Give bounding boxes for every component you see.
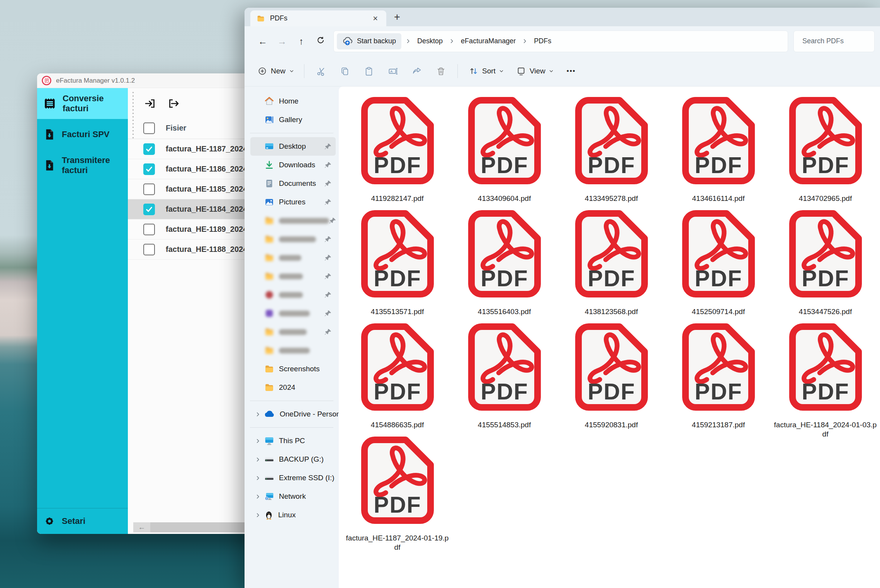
back-button[interactable]: ←	[253, 36, 272, 47]
sidebar-item-blurred-folder[interactable]	[250, 211, 336, 230]
row-checkbox[interactable]	[143, 184, 155, 195]
sidebar-item-extreme-ssd-i[interactable]: Extreme SSD (I:)	[250, 469, 336, 487]
sidebar-item-desktop[interactable]: Desktop	[250, 137, 336, 156]
navigation-pane: HomeGalleryDesktopDownloadsDocumentsPict…	[245, 87, 339, 588]
file-tile[interactable]: PDF4135513571.pdf	[344, 210, 451, 323]
pdf-file-icon: PDF	[468, 323, 541, 411]
chevron-right-icon[interactable]	[251, 457, 264, 462]
breadcrumb: Start backup DesktopeFacturaManagerPDFs	[333, 31, 788, 52]
file-tile[interactable]: PDF4159213187.pdf	[665, 323, 772, 436]
sidebar-item-blurred-folder[interactable]	[250, 323, 336, 341]
file-tile[interactable]: PDF4133409604.pdf	[451, 97, 558, 210]
view-button[interactable]: View	[510, 66, 560, 76]
paste-button[interactable]	[357, 62, 381, 80]
sidebar-item-blurred-folder[interactable]	[250, 267, 336, 286]
sidebar-item-documents[interactable]: Documents	[250, 174, 336, 193]
export-button[interactable]	[166, 97, 180, 110]
sidebar-item-network[interactable]: Network	[250, 487, 336, 506]
select-all-checkbox[interactable]	[143, 122, 155, 134]
file-tile[interactable]: PDF4153447526.pdf	[772, 210, 879, 323]
row-checkbox[interactable]	[143, 143, 155, 155]
new-plus-icon	[258, 66, 267, 76]
refresh-button[interactable]	[311, 36, 330, 47]
sidebar-item-gallery[interactable]: Gallery	[250, 110, 336, 129]
sidebar-item-blurred-folder[interactable]	[250, 304, 336, 323]
nav-item-label: This PC	[279, 437, 305, 445]
scroll-left-button[interactable]: ←	[133, 522, 150, 532]
pdf-file-icon: PDF	[575, 323, 648, 411]
breadcrumb-item-desktop[interactable]: Desktop	[415, 37, 445, 45]
sidebar-item-2024[interactable]: 2024	[250, 378, 336, 397]
copy-button[interactable]	[333, 62, 357, 80]
gear-icon	[43, 515, 56, 527]
up-button[interactable]: ↑	[292, 36, 311, 47]
file-tile[interactable]: PDF4119282147.pdf	[344, 97, 451, 210]
sidebar-item-pictures[interactable]: Pictures	[250, 193, 336, 211]
row-checkbox[interactable]	[143, 244, 155, 255]
sidebar-item-conversie-facturi[interactable]: Conversie facturi	[37, 88, 128, 119]
tab-close-icon[interactable]: ×	[370, 14, 380, 24]
folder-icon	[264, 345, 274, 355]
svg-text:A: A	[390, 69, 392, 73]
sidebar-item-setari[interactable]: Setari	[37, 508, 128, 534]
start-backup-button[interactable]: Start backup	[337, 33, 401, 49]
sidebar-item-linux[interactable]: Linux	[250, 506, 336, 524]
file-tile[interactable]: PDF4154886635.pdf	[344, 323, 451, 436]
sidebar-item-backup-g[interactable]: BACKUP (G:)	[250, 450, 336, 469]
sort-button[interactable]: Sort	[462, 66, 510, 76]
row-checkbox[interactable]	[143, 163, 155, 175]
address-bar: ← → ↑ Start backup DesktopeFacturaManage…	[245, 26, 880, 56]
chevron-right-icon[interactable]	[251, 494, 264, 500]
file-tile[interactable]: PDF4152509714.pdf	[665, 210, 772, 323]
chevron-right-icon[interactable]	[251, 438, 264, 444]
pdf-file-icon: PDF	[361, 97, 434, 185]
sidebar-item-blurred-folder[interactable]	[250, 230, 336, 248]
chevron-right-icon[interactable]	[251, 512, 264, 518]
pin-icon	[324, 143, 332, 150]
pdf-file-icon: PDF	[468, 210, 541, 298]
new-button[interactable]: New	[252, 66, 299, 76]
file-tile[interactable]: PDF4134616114.pdf	[665, 97, 772, 210]
sidebar-item-transmitere-facturi[interactable]: Transmitere facturi	[37, 150, 128, 181]
tab-pdfs[interactable]: PDFs ×	[250, 10, 386, 26]
cut-button[interactable]	[309, 62, 333, 80]
sidebar-item-blurred-folder[interactable]	[250, 341, 336, 360]
breadcrumb-item-efacturamanager[interactable]: eFacturaManager	[459, 37, 518, 45]
blurred-label	[279, 348, 310, 353]
rename-button[interactable]: A	[381, 62, 405, 80]
sidebar-item-home[interactable]: Home	[250, 92, 336, 110]
share-button[interactable]	[405, 62, 429, 80]
sidebar-item-downloads[interactable]: Downloads	[250, 156, 336, 174]
import-button[interactable]	[143, 97, 157, 110]
more-options-button[interactable]: •••	[560, 67, 583, 75]
file-name-label: 4152509714.pdf	[666, 307, 771, 316]
file-tile[interactable]: PDF4133495278.pdf	[558, 97, 665, 210]
file-tile[interactable]: PDF4135516403.pdf	[451, 210, 558, 323]
sidebar-item-this-pc[interactable]: This PC	[250, 432, 336, 450]
svg-text:PDF: PDF	[588, 153, 635, 178]
breadcrumb-item-pdfs[interactable]: PDFs	[532, 37, 554, 45]
desktop: eFactura Manager v1.0.1.2 Conversie fact…	[0, 0, 880, 588]
sidebar-item-onedrive-persona[interactable]: OneDrive - Persona	[250, 405, 336, 423]
linux-icon	[264, 510, 274, 520]
panel-splitter-handle[interactable]	[133, 92, 134, 138]
sidebar-item-blurred-folder[interactable]	[250, 286, 336, 304]
row-checkbox[interactable]	[143, 224, 155, 235]
forward-button[interactable]: →	[272, 36, 292, 47]
file-tile[interactable]: PDF4134702965.pdf	[772, 97, 879, 210]
sidebar-item-blurred-folder[interactable]	[250, 248, 336, 267]
sidebar-item-screenshots[interactable]: Screenshots	[250, 360, 336, 378]
file-tile[interactable]: PDF4138123568.pdf	[558, 210, 665, 323]
new-tab-button[interactable]: +	[394, 11, 400, 23]
file-tile[interactable]: PDFfactura_HE-1184_2024-01-03.pdf	[772, 323, 879, 436]
file-tile[interactable]: PDF4155920831.pdf	[558, 323, 665, 436]
sidebar-item-facturi-spv[interactable]: Facturi SPV	[37, 119, 128, 150]
search-input[interactable]: Search PDFs	[793, 31, 875, 52]
file-tile[interactable]: PDFfactura_HE-1187_2024-01-19.pdf	[344, 436, 451, 549]
chevron-right-icon[interactable]	[251, 475, 264, 481]
delete-button[interactable]	[429, 62, 453, 80]
file-tile[interactable]: PDF4155514853.pdf	[451, 323, 558, 436]
svg-text:PDF: PDF	[802, 379, 849, 404]
chevron-right-icon[interactable]	[251, 411, 264, 417]
row-checkbox[interactable]	[143, 204, 155, 215]
